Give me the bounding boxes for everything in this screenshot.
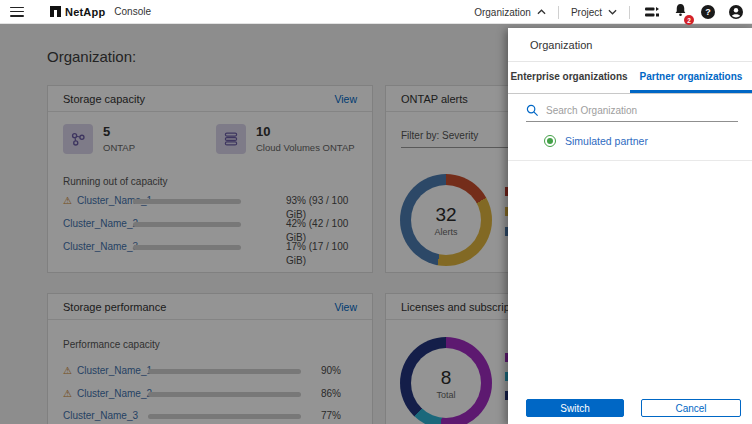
partner-option-simulated-partner[interactable]: Simulated partner [544, 130, 738, 152]
radio-selected-icon[interactable] [544, 135, 556, 147]
chevron-down-icon [608, 9, 617, 15]
organization-dropdown[interactable]: Organization [470, 7, 550, 18]
topbar-divider [558, 6, 559, 19]
project-dropdown-label: Project [571, 7, 602, 18]
account-icon[interactable] [728, 4, 744, 20]
switch-button[interactable]: Switch [526, 399, 624, 417]
hamburger-menu-icon[interactable] [10, 7, 24, 17]
netapp-brand: NetApp Console [50, 6, 151, 18]
connector-icon[interactable] [644, 4, 660, 20]
netapp-logo-icon [50, 6, 61, 17]
organization-panel: Organization Enterprise organizations Pa… [508, 28, 752, 424]
tab-enterprise-organizations[interactable]: Enterprise organizations [508, 62, 630, 93]
top-navigation-bar: NetApp Console Organization Project [0, 0, 752, 24]
product-name: Console [114, 6, 151, 17]
search-icon [526, 104, 539, 117]
brand-name: NetApp [65, 6, 105, 18]
search-row [526, 100, 738, 122]
option-divider [508, 160, 752, 161]
organization-tabs: Enterprise organizations Partner organiz… [508, 62, 752, 94]
notification-badge: 2 [684, 15, 694, 25]
chevron-up-icon [537, 9, 546, 15]
partner-option-label: Simulated partner [565, 135, 648, 147]
topbar-divider [629, 6, 630, 19]
tab-partner-organizations[interactable]: Partner organizations [630, 62, 752, 93]
project-dropdown[interactable]: Project [567, 7, 621, 18]
panel-title: Organization [508, 28, 752, 62]
notifications-button[interactable]: 2 [673, 2, 688, 22]
help-icon[interactable]: ? [701, 5, 715, 19]
search-organization-input[interactable] [546, 101, 738, 119]
cancel-button[interactable]: Cancel [641, 399, 741, 417]
organization-dropdown-label: Organization [474, 7, 531, 18]
